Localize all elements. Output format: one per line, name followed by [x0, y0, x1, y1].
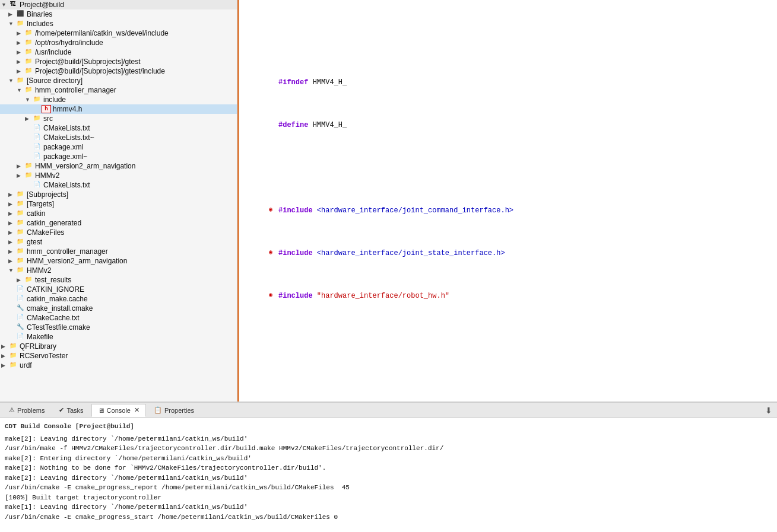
tree-label-targets: [Targets] — [27, 200, 54, 208]
code-line: ◉ #include <hardware_interface/joint_sta… — [269, 248, 772, 259]
tree-hmmv2[interactable]: ▶ 📁 HMMv2 — [0, 171, 237, 180]
tab-tasks[interactable]: ✔ Tasks — [52, 404, 90, 417]
tree-arrow-src-dir[interactable]: ▶ — [25, 116, 32, 122]
tree-ctest-file[interactable]: 🔧 CTestTestfile.cmake — [0, 323, 237, 332]
tree-arrow-source-dir[interactable]: ▼ — [8, 78, 15, 84]
tab-console-close[interactable]: ✕ — [134, 406, 139, 414]
tree-label-hmm-ver2: HMM_version2_arm_navigation — [35, 162, 135, 170]
tree-src-dir[interactable]: ▶ 📁 src — [0, 114, 237, 123]
tree-label-makefile: Makefile — [27, 333, 53, 341]
tasks-icon: ✔ — [59, 406, 64, 414]
tree-label-rc-servo: RCServoTester — [20, 352, 68, 360]
tree-arrow-subprojects[interactable]: ▶ — [8, 192, 15, 197]
problems-icon: ⚠ — [9, 406, 15, 414]
tree-source-dir[interactable]: ▼ 📁 [Source directory] — [0, 76, 237, 85]
project-build-icon: 🏗 — [8, 1, 18, 9]
tree-cmake1[interactable]: 📄 CMakeLists.txt — [0, 123, 237, 133]
tree-arrow-qfr-lib[interactable]: ▶ — [1, 343, 8, 349]
hmmv2b-icon: 📁 — [15, 266, 25, 275]
tree-cmake-install[interactable]: 🔧 cmake_install.cmake — [0, 304, 237, 313]
tree-cmake-files[interactable]: ▶ 📁 CMakeFiles — [0, 228, 237, 237]
tree-arrow-rc-servo[interactable]: ▶ — [1, 353, 8, 359]
tree-urdf[interactable]: ▶ 📁 urdf — [0, 361, 237, 370]
tree-inc-gtest[interactable]: ▶ 📁 Project@build/[Subprojects]/gtest — [0, 57, 237, 66]
tree-subprojects[interactable]: ▶ 📁 [Subprojects] — [0, 190, 237, 199]
tree-arrow-inc-home[interactable]: ▶ — [17, 30, 24, 36]
tree-arrow-includes[interactable]: ▼ — [8, 21, 15, 27]
tree-package-xml2[interactable]: 📄 package.xml~ — [0, 152, 237, 161]
tree-arrow-urdf[interactable]: ▶ — [1, 362, 8, 368]
tree-hmm-ver2[interactable]: ▶ 📁 HMM_version2_arm_navigation — [0, 161, 237, 171]
tree-inc-gtest2[interactable]: ▶ 📁 Project@build/[Subprojects]/gtest/in… — [0, 66, 237, 76]
tab-tasks-label: Tasks — [66, 407, 83, 414]
panel-minimize-button[interactable]: ⬇ — [763, 406, 775, 415]
tree-arrow-catkin[interactable]: ▶ — [8, 211, 15, 216]
tree-arrow-hmm-ctrl[interactable]: ▼ — [17, 87, 24, 93]
tree-arrow-inc-gtest[interactable]: ▶ — [17, 59, 24, 65]
tree-arrow-project-build[interactable]: ▼ — [1, 2, 8, 8]
tree-arrow-include-dir[interactable]: ▼ — [25, 97, 32, 103]
tree-label-binaries: Binaries — [27, 10, 52, 18]
tree-test-results[interactable]: ▶ 📁 test_results — [0, 275, 237, 285]
tree-catkin-make-cache[interactable]: 📄 catkin_make.cache — [0, 294, 237, 304]
tree-arrow-ctest-file — [8, 324, 15, 330]
cmake1b-icon: 📄 — [32, 133, 42, 142]
tree-arrow-gtest[interactable]: ▶ — [8, 239, 15, 245]
tree-catkin-gen[interactable]: ▶ 📁 catkin_generated — [0, 218, 237, 228]
tree-package-xml[interactable]: 📄 package.xml — [0, 142, 237, 152]
tree-arrow-hmm-ver2b[interactable]: ▶ — [8, 258, 15, 264]
tree-catkin[interactable]: ▶ 📁 catkin — [0, 209, 237, 218]
tree-hmm-ctrl[interactable]: ▼ 📁 hmm_controller_manager — [0, 85, 237, 95]
tree-arrow-inc-gtest2[interactable]: ▶ — [17, 68, 24, 74]
tree-includes[interactable]: ▼ 📁 Includes — [0, 19, 237, 28]
tree-rc-servo[interactable]: ▶ 📁 RCServoTester — [0, 351, 237, 361]
cmake2-icon: 📄 — [32, 181, 42, 189]
tree-arrow-cmake-files[interactable]: ▶ — [8, 230, 15, 235]
tree-label-hmmv4-h: hmmv4.h — [53, 105, 82, 113]
tree-inc-opt[interactable]: ▶ 📁 /opt/ros/hydro/include — [0, 38, 237, 47]
tree-inc-home[interactable]: ▶ 📁 /home/petermilani/catkin_ws/devel/in… — [0, 28, 237, 38]
tree-arrow-hmm-ctrl2[interactable]: ▶ — [8, 249, 15, 254]
tree-arrow-inc-opt[interactable]: ▶ — [17, 40, 24, 46]
tab-problems-label: Problems — [17, 407, 45, 414]
tree-label-urdf: urdf — [20, 361, 32, 369]
tree-hmm-ver2b[interactable]: ▶ 📁 HMM_version2_arm_navigation — [0, 256, 237, 266]
ctest-file-icon: 🔧 — [15, 323, 25, 332]
tree-cmake2[interactable]: 📄 CMakeLists.txt — [0, 180, 237, 190]
tree-arrow-hmmv2b[interactable]: ▼ — [8, 267, 15, 273]
tree-gtest[interactable]: ▶ 📁 gtest — [0, 237, 237, 247]
tree-arrow-inc-usr[interactable]: ▶ — [17, 49, 24, 55]
tree-arrow-test-results[interactable]: ▶ — [17, 277, 24, 283]
tree-hmm-ctrl2[interactable]: ▶ 📁 hmm_controller_manager — [0, 247, 237, 256]
tree-project-build[interactable]: ▼ 🏗 Project@build — [0, 0, 237, 9]
tree-arrow-targets[interactable]: ▶ — [8, 201, 15, 207]
code-editor[interactable]: #ifndef HMMV4_H_ #define HMMV4_H_ — [237, 0, 777, 402]
line-content — [277, 34, 772, 45]
tree-hmmv2b[interactable]: ▼ 📁 HMMv2 — [0, 266, 237, 275]
tree-hmmv4-h[interactable]: h hmmv4.h — [0, 104, 237, 114]
tab-console[interactable]: 🖥 Console ✕ — [91, 404, 146, 417]
tree-arrow-catkin-gen[interactable]: ▶ — [8, 220, 15, 226]
line-content — [277, 333, 772, 344]
urdf-icon: 📁 — [8, 361, 18, 369]
tree-catkin-ignore[interactable]: 📄 CATKIN_IGNORE — [0, 285, 237, 294]
tree-arrow-hmm-ver2[interactable]: ▶ — [17, 163, 24, 169]
code-line — [269, 333, 772, 344]
tab-properties[interactable]: 📋 Properties — [147, 404, 201, 417]
tab-problems[interactable]: ⚠ Problems — [2, 404, 51, 417]
tree-binaries[interactable]: ▶ ⬛ Binaries — [0, 9, 237, 19]
line-content: #include "hardware_interface/robot_hw.h" — [277, 291, 772, 301]
line-content — [277, 397, 772, 402]
tree-targets[interactable]: ▶ 📁 [Targets] — [0, 199, 237, 209]
targets-icon: 📁 — [15, 200, 25, 208]
line-content — [277, 365, 772, 376]
tree-include-dir[interactable]: ▼ 📁 include — [0, 95, 237, 104]
tree-cmake1b[interactable]: 📄 CMakeLists.txt~ — [0, 133, 237, 142]
tree-arrow-binaries[interactable]: ▶ — [8, 11, 15, 17]
tree-makefile[interactable]: 📄 Makefile — [0, 332, 237, 342]
tree-arrow-hmmv2[interactable]: ▶ — [17, 173, 24, 179]
qfr-lib-icon: 📁 — [8, 342, 18, 351]
tree-inc-usr[interactable]: ▶ 📁 /usr/include — [0, 47, 237, 57]
tree-cmake-cache[interactable]: 📄 CMakeCache.txt — [0, 313, 237, 323]
tree-qfr-lib[interactable]: ▶ 📁 QFRLibrary — [0, 342, 237, 351]
